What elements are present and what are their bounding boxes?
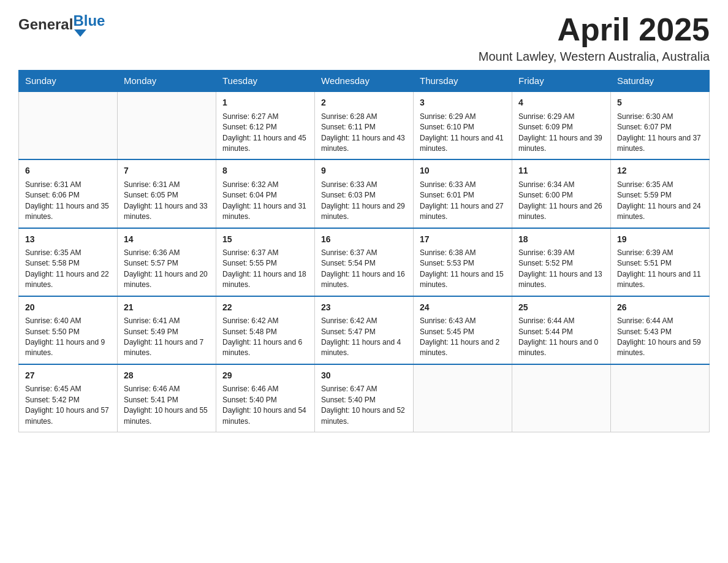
calendar-cell: 23Sunrise: 6:42 AMSunset: 5:47 PMDayligh… bbox=[315, 296, 414, 364]
day-info: Sunrise: 6:29 AMSunset: 6:10 PMDaylight:… bbox=[420, 112, 506, 155]
day-number: 18 bbox=[518, 234, 604, 246]
calendar-cell bbox=[19, 91, 118, 159]
calendar-cell: 16Sunrise: 6:37 AMSunset: 5:54 PMDayligh… bbox=[315, 228, 414, 296]
day-number: 9 bbox=[321, 165, 407, 177]
col-header-thursday: Thursday bbox=[414, 71, 512, 92]
day-info: Sunrise: 6:47 AMSunset: 5:40 PMDaylight:… bbox=[321, 384, 407, 427]
calendar-cell: 25Sunrise: 6:44 AMSunset: 5:44 PMDayligh… bbox=[512, 296, 611, 364]
calendar-week-row: 1Sunrise: 6:27 AMSunset: 6:12 PMDaylight… bbox=[19, 91, 710, 159]
day-info: Sunrise: 6:46 AMSunset: 5:40 PMDaylight:… bbox=[222, 384, 308, 427]
day-info: Sunrise: 6:28 AMSunset: 6:11 PMDaylight:… bbox=[321, 112, 407, 155]
calendar-cell: 9Sunrise: 6:33 AMSunset: 6:03 PMDaylight… bbox=[315, 159, 414, 228]
day-info: Sunrise: 6:39 AMSunset: 5:52 PMDaylight:… bbox=[518, 248, 604, 291]
calendar-week-row: 20Sunrise: 6:40 AMSunset: 5:50 PMDayligh… bbox=[19, 296, 710, 364]
day-info: Sunrise: 6:42 AMSunset: 5:47 PMDaylight:… bbox=[321, 316, 407, 359]
col-header-wednesday: Wednesday bbox=[315, 71, 414, 92]
calendar-week-row: 27Sunrise: 6:45 AMSunset: 5:42 PMDayligh… bbox=[19, 364, 710, 432]
calendar-cell bbox=[118, 91, 216, 159]
location-subtitle: Mount Lawley, Western Australia, Austral… bbox=[479, 50, 710, 64]
day-number: 12 bbox=[617, 165, 703, 177]
day-info: Sunrise: 6:38 AMSunset: 5:53 PMDaylight:… bbox=[420, 248, 506, 291]
calendar-header-row: SundayMondayTuesdayWednesdayThursdayFrid… bbox=[19, 71, 710, 92]
calendar-cell: 29Sunrise: 6:46 AMSunset: 5:40 PMDayligh… bbox=[216, 364, 315, 432]
calendar-cell: 19Sunrise: 6:39 AMSunset: 5:51 PMDayligh… bbox=[611, 228, 710, 296]
day-info: Sunrise: 6:36 AMSunset: 5:57 PMDaylight:… bbox=[124, 248, 210, 291]
day-number: 17 bbox=[420, 234, 506, 246]
day-number: 11 bbox=[518, 165, 604, 177]
day-number: 1 bbox=[222, 97, 308, 109]
calendar-cell: 2Sunrise: 6:28 AMSunset: 6:11 PMDaylight… bbox=[315, 91, 414, 159]
page-header: General Blue April 2025 Mount Lawley, We… bbox=[18, 12, 710, 64]
calendar-cell: 5Sunrise: 6:30 AMSunset: 6:07 PMDaylight… bbox=[611, 91, 710, 159]
day-info: Sunrise: 6:39 AMSunset: 5:51 PMDaylight:… bbox=[617, 248, 703, 291]
calendar-cell: 30Sunrise: 6:47 AMSunset: 5:40 PMDayligh… bbox=[315, 364, 414, 432]
day-number: 26 bbox=[617, 302, 703, 314]
day-number: 14 bbox=[124, 234, 210, 246]
logo-triangle-icon bbox=[74, 29, 86, 37]
day-number: 16 bbox=[321, 234, 407, 246]
day-info: Sunrise: 6:31 AMSunset: 6:05 PMDaylight:… bbox=[124, 180, 210, 223]
calendar-cell: 13Sunrise: 6:35 AMSunset: 5:58 PMDayligh… bbox=[19, 228, 118, 296]
day-info: Sunrise: 6:44 AMSunset: 5:44 PMDaylight:… bbox=[518, 316, 604, 359]
calendar-cell: 22Sunrise: 6:42 AMSunset: 5:48 PMDayligh… bbox=[216, 296, 315, 364]
calendar-table: SundayMondayTuesdayWednesdayThursdayFrid… bbox=[18, 70, 710, 432]
day-info: Sunrise: 6:37 AMSunset: 5:54 PMDaylight:… bbox=[321, 248, 407, 291]
calendar-cell: 21Sunrise: 6:41 AMSunset: 5:49 PMDayligh… bbox=[118, 296, 216, 364]
calendar-cell: 20Sunrise: 6:40 AMSunset: 5:50 PMDayligh… bbox=[19, 296, 118, 364]
day-number: 25 bbox=[518, 302, 604, 314]
day-info: Sunrise: 6:34 AMSunset: 6:00 PMDaylight:… bbox=[518, 180, 604, 223]
day-info: Sunrise: 6:32 AMSunset: 6:04 PMDaylight:… bbox=[222, 180, 308, 223]
day-info: Sunrise: 6:40 AMSunset: 5:50 PMDaylight:… bbox=[25, 316, 111, 359]
day-number: 2 bbox=[321, 97, 407, 109]
day-number: 21 bbox=[124, 302, 210, 314]
day-number: 8 bbox=[222, 165, 308, 177]
day-number: 22 bbox=[222, 302, 308, 314]
calendar-cell: 4Sunrise: 6:29 AMSunset: 6:09 PMDaylight… bbox=[512, 91, 611, 159]
calendar-cell bbox=[611, 364, 710, 432]
day-info: Sunrise: 6:29 AMSunset: 6:09 PMDaylight:… bbox=[518, 112, 604, 155]
day-number: 29 bbox=[222, 370, 308, 382]
calendar-cell: 3Sunrise: 6:29 AMSunset: 6:10 PMDaylight… bbox=[414, 91, 512, 159]
day-number: 7 bbox=[124, 165, 210, 177]
day-number: 13 bbox=[25, 234, 111, 246]
day-number: 28 bbox=[124, 370, 210, 382]
day-info: Sunrise: 6:41 AMSunset: 5:49 PMDaylight:… bbox=[124, 316, 210, 359]
calendar-cell: 10Sunrise: 6:33 AMSunset: 6:01 PMDayligh… bbox=[414, 159, 512, 228]
day-number: 20 bbox=[25, 302, 111, 314]
day-info: Sunrise: 6:46 AMSunset: 5:41 PMDaylight:… bbox=[124, 384, 210, 427]
day-info: Sunrise: 6:35 AMSunset: 5:59 PMDaylight:… bbox=[617, 180, 703, 223]
calendar-cell: 24Sunrise: 6:43 AMSunset: 5:45 PMDayligh… bbox=[414, 296, 512, 364]
logo: General Blue bbox=[18, 12, 105, 37]
title-area: April 2025 Mount Lawley, Western Austral… bbox=[479, 12, 710, 64]
day-info: Sunrise: 6:27 AMSunset: 6:12 PMDaylight:… bbox=[222, 112, 308, 155]
day-number: 4 bbox=[518, 97, 604, 109]
day-info: Sunrise: 6:33 AMSunset: 6:01 PMDaylight:… bbox=[420, 180, 506, 223]
calendar-cell: 27Sunrise: 6:45 AMSunset: 5:42 PMDayligh… bbox=[19, 364, 118, 432]
calendar-cell: 28Sunrise: 6:46 AMSunset: 5:41 PMDayligh… bbox=[118, 364, 216, 432]
calendar-cell: 26Sunrise: 6:44 AMSunset: 5:43 PMDayligh… bbox=[611, 296, 710, 364]
day-number: 27 bbox=[25, 370, 111, 382]
col-header-tuesday: Tuesday bbox=[216, 71, 315, 92]
col-header-saturday: Saturday bbox=[611, 71, 710, 92]
day-number: 19 bbox=[617, 234, 703, 246]
col-header-sunday: Sunday bbox=[19, 71, 118, 92]
col-header-monday: Monday bbox=[118, 71, 216, 92]
day-info: Sunrise: 6:35 AMSunset: 5:58 PMDaylight:… bbox=[25, 248, 111, 291]
calendar-cell: 1Sunrise: 6:27 AMSunset: 6:12 PMDaylight… bbox=[216, 91, 315, 159]
calendar-cell: 15Sunrise: 6:37 AMSunset: 5:55 PMDayligh… bbox=[216, 228, 315, 296]
day-info: Sunrise: 6:45 AMSunset: 5:42 PMDaylight:… bbox=[25, 384, 111, 427]
day-number: 23 bbox=[321, 302, 407, 314]
calendar-cell: 6Sunrise: 6:31 AMSunset: 6:06 PMDaylight… bbox=[19, 159, 118, 228]
calendar-cell: 7Sunrise: 6:31 AMSunset: 6:05 PMDaylight… bbox=[118, 159, 216, 228]
logo-image: General Blue bbox=[18, 12, 105, 37]
logo-blue-part: Blue bbox=[73, 12, 105, 37]
calendar-week-row: 6Sunrise: 6:31 AMSunset: 6:06 PMDaylight… bbox=[19, 159, 710, 228]
calendar-cell: 11Sunrise: 6:34 AMSunset: 6:00 PMDayligh… bbox=[512, 159, 611, 228]
calendar-cell: 17Sunrise: 6:38 AMSunset: 5:53 PMDayligh… bbox=[414, 228, 512, 296]
day-info: Sunrise: 6:37 AMSunset: 5:55 PMDaylight:… bbox=[222, 248, 308, 291]
col-header-friday: Friday bbox=[512, 71, 611, 92]
calendar-cell: 14Sunrise: 6:36 AMSunset: 5:57 PMDayligh… bbox=[118, 228, 216, 296]
day-number: 6 bbox=[25, 165, 111, 177]
day-number: 3 bbox=[420, 97, 506, 109]
logo-blue-text: Blue bbox=[73, 12, 105, 29]
